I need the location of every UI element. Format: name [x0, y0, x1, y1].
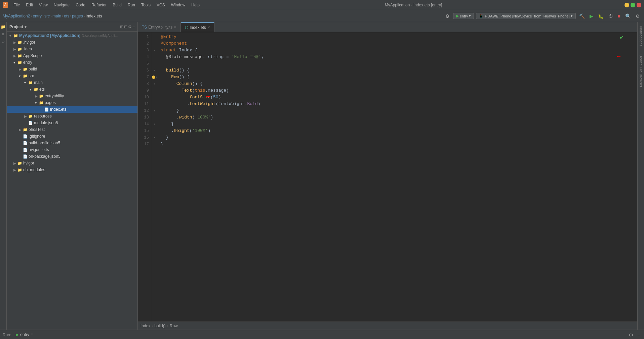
debug-btn[interactable]: 🐛 [597, 13, 605, 19]
tab-close-entryability[interactable]: ✕ [174, 25, 176, 29]
tree-item-root[interactable]: ▾ 📁 MyApplication2 [MyApplication] D:\wo… [7, 32, 137, 39]
fold-8[interactable]: ▾ [154, 82, 156, 86]
line-num-2: 2 [138, 40, 149, 47]
menu-file[interactable]: File [11, 2, 23, 8]
tree-item-hvigor2[interactable]: ▶ 📁 hvigor [7, 160, 137, 166]
notifications-label[interactable]: Notifications [638, 23, 644, 49]
code-editor[interactable]: ← 1 2 3 4 5 6 7 8 9 10 11 12 13 14 [138, 32, 637, 322]
settings-bottom-icon[interactable]: ⚙ [628, 332, 635, 338]
window-controls[interactable] [625, 3, 641, 7]
gutter-17 [151, 141, 158, 148]
minimize-bottom-icon[interactable]: − [636, 332, 641, 338]
tree-item-indexets[interactable]: 📄 Index.ets [7, 106, 137, 113]
menu-bar[interactable]: File Edit View Navigate Code Refactor Bu… [11, 2, 202, 8]
tree-item-resources[interactable]: ▶ 📁 resources [7, 113, 137, 119]
tree-item-pages[interactable]: ▾ 📁 pages [7, 99, 137, 106]
left-icon-strip: 📁 ≡ ☆ [0, 22, 7, 330]
run-btn[interactable]: ▶ [588, 13, 595, 19]
run-icon-small: ▶ [16, 332, 19, 337]
collapse-all-icon[interactable]: ⊟ [124, 25, 127, 29]
tree-item-hvigorfile[interactable]: 📄 hvigorfile.ts [7, 146, 137, 153]
fold-16[interactable]: ▾ [154, 136, 156, 140]
structure-icon[interactable]: ≡ [1, 31, 5, 38]
tree-item-idea[interactable]: ▶ 📁 .idea [7, 46, 137, 52]
tree-item-build[interactable]: ▶ 📁 build [7, 66, 137, 72]
run-tab-entry[interactable]: ▶ entry ✕ [14, 330, 35, 339]
gutter-3: ▾ [151, 47, 158, 54]
tree-item-main[interactable]: ▾ 📁 main [7, 79, 137, 86]
fold-12[interactable]: ▾ [154, 109, 156, 113]
tree-item-modulejson[interactable]: 📄 module.json5 [7, 119, 137, 126]
menu-refactor[interactable]: Refactor [89, 2, 109, 8]
breadcrumb-src[interactable]: src [44, 14, 50, 18]
project-header-icons: ⊞ ⊟ ⚙ − [120, 25, 135, 29]
stop-btn[interactable]: ■ [616, 13, 622, 19]
code-line-1: @Entry [161, 34, 637, 40]
footer-breadcrumb: Index › build() › Row [140, 324, 178, 328]
compile-btn[interactable]: 🔨 [578, 13, 586, 19]
line-num-6: 6 [138, 67, 149, 74]
settings-gear-icon[interactable]: ⚙ [634, 13, 641, 19]
settings-icon[interactable]: ⚙ [444, 13, 451, 19]
tab-entryability[interactable]: TS EntryAbility.ts ✕ [138, 22, 181, 32]
tree-item-src[interactable]: ▾ 📁 src [7, 72, 137, 79]
menu-run[interactable]: Run [125, 2, 138, 8]
minimize-button[interactable] [625, 3, 629, 7]
fold-3[interactable]: ▾ [154, 48, 156, 52]
close-panel-icon[interactable]: − [132, 25, 135, 29]
breadcrumb-file[interactable]: Index.ets [86, 14, 102, 18]
bookmark-icon[interactable]: ☆ [0, 38, 6, 45]
breadcrumb-app[interactable]: MyApplication2 [3, 14, 30, 18]
menu-help[interactable]: Help [189, 2, 202, 8]
fold-6[interactable]: ▾ [154, 68, 156, 72]
close-button[interactable] [637, 3, 641, 7]
code-content[interactable]: @Entry @Component struct Index { @State … [158, 32, 637, 322]
code-line-17: } [161, 141, 637, 148]
tree-item-entry[interactable]: ▾ 📁 entry [7, 59, 137, 66]
tree-item-ohpackage[interactable]: 📄 oh-package.json5 [7, 153, 137, 160]
fold-7[interactable]: ▾ [155, 75, 157, 79]
fold-14[interactable]: ▾ [154, 122, 156, 126]
expand-all-icon[interactable]: ⊞ [120, 25, 123, 29]
tab-close-indexets[interactable]: ✕ [207, 26, 210, 29]
gear-icon[interactable]: ⚙ [128, 25, 132, 29]
menu-vcs[interactable]: VCS [154, 2, 168, 8]
folder-icon-resources: 📁 [28, 114, 33, 118]
device-btn[interactable]: 📱 HUAWEI Phone [NewDevice_from_Huawei_Ph… [476, 13, 575, 19]
project-icon[interactable]: 📁 [0, 23, 7, 30]
menu-view[interactable]: View [36, 2, 50, 8]
profile-btn[interactable]: ⏱ [607, 13, 614, 19]
menu-navigate[interactable]: Navigate [51, 2, 72, 8]
menu-tools[interactable]: Tools [138, 2, 153, 8]
run-tab-close[interactable]: ✕ [31, 333, 33, 336]
footer-row[interactable]: Row [170, 324, 178, 328]
tree-item-hvigor[interactable]: ▶ 📁 .hvigor [7, 39, 137, 46]
footer-build[interactable]: build() [154, 324, 165, 328]
tree-item-buildprofile[interactable]: 📄 build-profile.json5 [7, 140, 137, 146]
code-line-11: .fontWeight(FontWeight.Bold) [161, 101, 637, 107]
tab-indexets[interactable]: ⬡ Index.ets ✕ [181, 22, 214, 32]
code-line-16: } [161, 134, 637, 141]
maximize-button[interactable] [631, 3, 635, 7]
footer-index[interactable]: Index [140, 324, 150, 328]
breadcrumb-pages[interactable]: pages [72, 14, 83, 18]
menu-build[interactable]: Build [110, 2, 124, 8]
menu-code[interactable]: Code [73, 2, 88, 8]
tree-item-ohostest[interactable]: ▶ 📁 ohosTest [7, 126, 137, 133]
run-config-btn[interactable]: ▶ entry ▾ [453, 13, 474, 19]
tree-item-appscope[interactable]: ▶ 📁 AppScope [7, 52, 137, 59]
tree-item-entryability[interactable]: ▶ 📁 entryability [7, 93, 137, 99]
tree-item-gitignore[interactable]: 📄 .gitignore [7, 133, 137, 140]
breadcrumb-main[interactable]: main [52, 14, 61, 18]
line-num-16: 16 [138, 134, 149, 141]
tree-item-ohmodules[interactable]: ▶ 📁 oh_modules [7, 166, 137, 173]
code-line-13: .width('100%') [161, 114, 637, 121]
device-file-browser-label[interactable]: Device File Browser [638, 52, 644, 90]
menu-edit[interactable]: Edit [23, 2, 36, 8]
breadcrumb-entry[interactable]: entry [33, 14, 42, 18]
tree-item-ets[interactable]: ▾ 📁 ets [7, 86, 137, 93]
menu-window[interactable]: Window [168, 2, 188, 8]
search-btn[interactable]: 🔍 [624, 13, 632, 19]
breadcrumb-ets[interactable]: ets [64, 14, 69, 18]
code-line-14: } [161, 121, 637, 128]
